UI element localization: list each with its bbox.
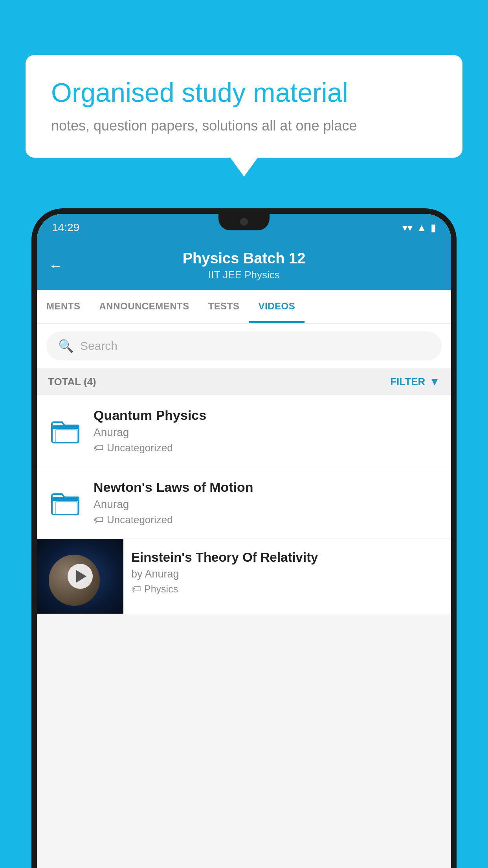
signal-icon: ▲ [416,222,427,234]
speech-bubble-container: Organised study material notes, question… [26,55,462,158]
video-info: Einstein's Theory Of Relativity by Anura… [123,539,451,606]
list-item[interactable]: Einstein's Theory Of Relativity by Anura… [37,539,451,614]
video-tag: 🏷 Uncategorized [94,442,440,454]
status-icons: ▾▾ ▲ ▮ [402,222,436,234]
tag-text: Uncategorized [107,514,173,526]
video-info: Quantum Physics Anurag 🏷 Uncategorized [94,408,440,454]
filter-label: FILTER [390,376,425,388]
tab-announcements[interactable]: ANNOUNCEMENTS [90,290,199,323]
video-author: Anurag [94,426,440,439]
filter-icon: ▼ [429,375,440,388]
header-title: Physics Batch 12 [49,250,439,267]
search-container: 🔍 Search [37,324,451,368]
total-count: TOTAL (4) [48,376,96,388]
tag-text: Physics [144,583,178,595]
back-button[interactable]: ← [49,257,63,274]
wifi-icon: ▾▾ [402,222,413,234]
play-button[interactable] [68,564,93,589]
app-header: ← Physics Batch 12 IIT JEE Physics [37,241,451,290]
status-time: 14:29 [52,221,79,234]
video-author: by Anurag [131,568,440,580]
search-box[interactable]: 🔍 Search [46,331,442,360]
phone-inner: 14:29 ▾▾ ▲ ▮ ← Physics Batch 12 IIT JEE … [37,214,451,868]
notch [218,214,270,230]
filter-bar: TOTAL (4) FILTER ▼ [37,368,451,395]
list-item[interactable]: Quantum Physics Anurag 🏷 Uncategorized [37,395,451,467]
list-item[interactable]: Newton's Laws of Motion Anurag 🏷 Uncateg… [37,467,451,539]
svg-rect-3 [55,502,77,515]
video-title: Newton's Laws of Motion [94,480,440,495]
filter-button[interactable]: FILTER ▼ [390,375,440,388]
speech-bubble-heading: Organised study material [51,77,437,109]
video-title: Einstein's Theory Of Relativity [131,550,440,565]
folder-icon [51,490,79,515]
status-bar: 14:29 ▾▾ ▲ ▮ [37,214,451,241]
speech-bubble: Organised study material notes, question… [26,55,462,158]
tab-tests[interactable]: TESTS [199,290,249,323]
battery-icon: ▮ [431,222,436,234]
video-title: Quantum Physics [94,408,440,423]
tag-icon: 🏷 [94,442,104,454]
video-tag: 🏷 Uncategorized [94,514,440,526]
tag-text: Uncategorized [107,442,173,454]
header-subtitle: IIT JEE Physics [49,269,439,281]
tag-icon: 🏷 [94,514,104,526]
search-placeholder: Search [80,339,117,353]
phone-mockup: 14:29 ▾▾ ▲ ▮ ← Physics Batch 12 IIT JEE … [31,208,457,868]
video-tag: 🏷 Physics [131,583,440,595]
search-icon: 🔍 [58,338,74,353]
video-info: Newton's Laws of Motion Anurag 🏷 Uncateg… [94,480,440,526]
tag-icon: 🏷 [131,583,141,595]
tab-videos[interactable]: VIDEOS [249,290,305,323]
folder-icon-container [48,418,83,443]
camera-dot [240,218,248,226]
thumbnail-container [37,539,123,614]
play-icon [76,570,86,583]
video-author: Anurag [94,498,440,511]
video-list: Quantum Physics Anurag 🏷 Uncategorized [37,395,451,614]
svg-rect-1 [55,430,77,443]
tab-ments[interactable]: MENTS [37,290,90,323]
speech-bubble-subtext: notes, question papers, solutions all at… [51,118,437,134]
folder-icon [51,418,79,443]
tab-bar: MENTS ANNOUNCEMENTS TESTS VIDEOS [37,290,451,324]
folder-icon-container [48,490,83,515]
